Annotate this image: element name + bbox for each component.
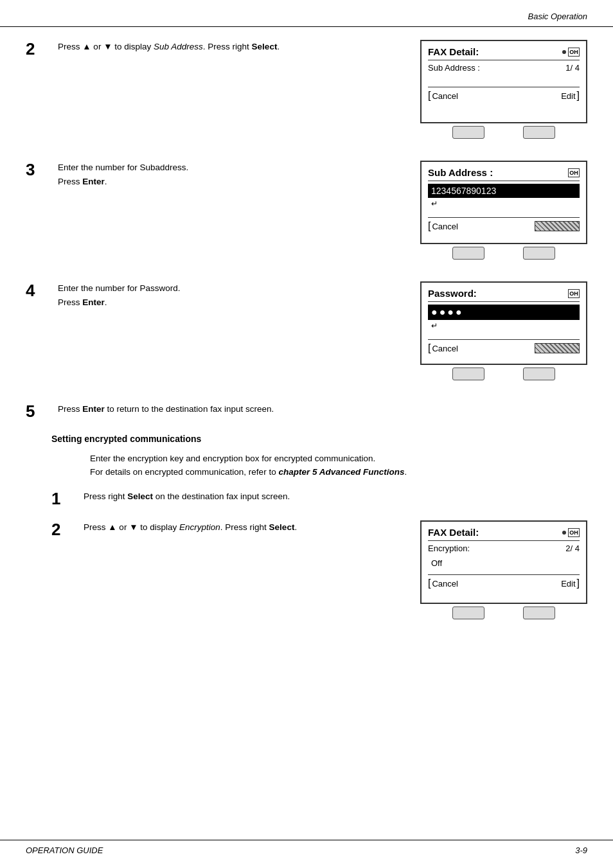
enc-step-1-text: Press right Select on the destination fa… bbox=[84, 490, 587, 504]
step-4-screen-wrapper: Password: OH ●●●● ↵ [ Cancel bbox=[420, 281, 587, 383]
step-4-lcd-title: Password: bbox=[428, 288, 477, 299]
step-5-text: Press Enter to return to the destination… bbox=[58, 402, 587, 416]
step-3-hatch bbox=[535, 221, 580, 231]
step-4-hatch bbox=[535, 343, 580, 353]
step-5-section: 5 Press Enter to return to the destinati… bbox=[26, 402, 587, 421]
step-3-cancel-btn[interactable]: [ Cancel bbox=[428, 220, 458, 232]
enc-step-2-title-row: FAX Detail: OH bbox=[428, 527, 580, 541]
enc-phys-btn-right[interactable] bbox=[523, 607, 555, 619]
enc-step-2-screen-wrapper: FAX Detail: OH Encryption: 2/ 4 Off bbox=[420, 520, 587, 622]
step-3-cancel-label: Cancel bbox=[432, 222, 458, 231]
step-2-lcd-title: FAX Detail: bbox=[428, 46, 479, 57]
enc-sub-value: 2/ 4 bbox=[565, 544, 580, 553]
step-3-phys-btn-right[interactable] bbox=[523, 247, 555, 260]
step-2-text: Press ▲ or ▼ to display Sub Address. Pre… bbox=[58, 40, 420, 54]
step-4-lcd-title-row: Password: OH bbox=[428, 288, 580, 302]
enc-step-2-icon-area: OH bbox=[562, 528, 580, 537]
enc-buttons-row: [ Cancel Edit ] bbox=[428, 574, 580, 589]
dot-icon bbox=[562, 50, 566, 54]
step-3-icon-area: OH bbox=[568, 168, 580, 177]
step-2-section: 2 Press ▲ or ▼ to display Sub Address. P… bbox=[26, 40, 587, 141]
enc-step-1-number: 1 bbox=[51, 490, 77, 508]
step-4-section: 4 Enter the number for Password.Press En… bbox=[26, 281, 587, 383]
step-4-cursor: ↵ bbox=[428, 321, 580, 330]
enc-step-2-number: 2 bbox=[51, 520, 77, 539]
enc-step-2-section: 2 Press ▲ or ▼ to display Encryption. Pr… bbox=[51, 520, 587, 622]
page-header: Basic Operation bbox=[0, 0, 613, 27]
step-2-icon-area: OH bbox=[562, 48, 580, 57]
encrypted-section: Setting encrypted communications Enter t… bbox=[26, 434, 587, 623]
step-4-number: 4 bbox=[26, 281, 51, 300]
step-3-buttons-row: [ Cancel bbox=[428, 217, 580, 232]
page-footer: OPERATION GUIDE 3-9 bbox=[0, 840, 613, 855]
enc-sub-label: Encryption: bbox=[428, 544, 470, 553]
step-3-phys-btn-left[interactable] bbox=[452, 247, 484, 260]
enc-sub-row: Encryption: 2/ 4 bbox=[428, 544, 580, 553]
header-title: Basic Operation bbox=[528, 12, 588, 21]
step-3-number: 3 bbox=[26, 161, 51, 179]
enc-step-2-lcd: FAX Detail: OH Encryption: 2/ 4 Off bbox=[420, 520, 587, 604]
enc-cancel-btn[interactable]: [ Cancel bbox=[428, 578, 458, 589]
step-2-lcd-title-row: FAX Detail: OH bbox=[428, 46, 580, 60]
step-3-section: 3 Enter the number for Subaddress.Press … bbox=[26, 161, 587, 262]
step-2-sub-value: 1/ 4 bbox=[565, 63, 580, 73]
oh-icon-3: OH bbox=[568, 168, 580, 177]
enc-edit-label: Edit bbox=[561, 579, 575, 589]
step-2-cancel-label: Cancel bbox=[432, 91, 458, 101]
step-4-text: Enter the number for Password.Press Ente… bbox=[58, 281, 420, 309]
enc-phys-btn-left[interactable] bbox=[452, 607, 484, 619]
step-3-phys-buttons bbox=[420, 244, 587, 262]
step-4-input: ●●●● bbox=[428, 305, 580, 320]
step-4-cancel-label: Cancel bbox=[432, 344, 458, 353]
step-4-icon-area: OH bbox=[568, 289, 580, 298]
step-4-buttons-row: [ Cancel bbox=[428, 339, 580, 354]
step-4-phys-btn-right[interactable] bbox=[523, 368, 555, 380]
enc-dot-icon bbox=[562, 531, 566, 535]
step-3-lcd-title: Sub Address : bbox=[428, 167, 493, 178]
step-3-lcd-title-row: Sub Address : OH bbox=[428, 167, 580, 181]
enc-cancel-label: Cancel bbox=[432, 579, 458, 589]
password-dots: ●●●● bbox=[431, 306, 464, 317]
step-2-buttons-row: [ Cancel Edit ] bbox=[428, 87, 580, 102]
enc-step-2-title: FAX Detail: bbox=[428, 527, 479, 538]
step-4-phys-btn-left[interactable] bbox=[452, 368, 484, 380]
enc-oh-icon: OH bbox=[568, 528, 580, 537]
oh-icon-4: OH bbox=[568, 289, 580, 298]
step-4-lcd: Password: OH ●●●● ↵ [ Cancel bbox=[420, 281, 587, 365]
enc-phys-buttons bbox=[420, 604, 587, 622]
step-3-cursor: ↵ bbox=[428, 199, 580, 208]
enc-edit-btn[interactable]: Edit ] bbox=[561, 578, 580, 589]
step-2-screen-wrapper: FAX Detail: OH Sub Address : 1/ 4 [ Canc… bbox=[420, 40, 587, 141]
step-2-lcd: FAX Detail: OH Sub Address : 1/ 4 [ Canc… bbox=[420, 40, 587, 123]
enc-off-row: Off bbox=[428, 557, 580, 569]
step-2-sub-label: Sub Address : bbox=[428, 63, 480, 73]
step-2-sub-row: Sub Address : 1/ 4 bbox=[428, 63, 580, 73]
step-2-edit-btn[interactable]: Edit ] bbox=[561, 90, 580, 102]
enc-step-1-section: 1 Press right Select on the destination … bbox=[51, 490, 587, 508]
step-5-number: 5 bbox=[26, 402, 51, 421]
step-3-input: 1234567890123 bbox=[428, 184, 580, 198]
step-3-screen-wrapper: Sub Address : OH 1234567890123 ↵ [ Cance… bbox=[420, 161, 587, 262]
footer-right: 3-9 bbox=[575, 846, 587, 855]
encrypted-body: Enter the encryption key and encryption … bbox=[51, 452, 587, 479]
step-3-lcd: Sub Address : OH 1234567890123 ↵ [ Cance… bbox=[420, 161, 587, 244]
step-4-cancel-btn[interactable]: [ Cancel bbox=[428, 342, 458, 354]
step-2-phys-btn-left[interactable] bbox=[452, 126, 484, 139]
footer-left: OPERATION GUIDE bbox=[26, 846, 103, 855]
step-3-text: Enter the number for Subaddress.Press En… bbox=[58, 161, 420, 188]
step-4-phys-buttons bbox=[420, 365, 587, 383]
step-2-cancel-btn[interactable]: [ Cancel bbox=[428, 90, 458, 102]
encrypted-heading: Setting encrypted communications bbox=[51, 434, 587, 444]
oh-icon: OH bbox=[568, 48, 580, 57]
step-2-edit-label: Edit bbox=[561, 91, 575, 101]
step-2-phys-buttons bbox=[420, 123, 587, 141]
step-2-number: 2 bbox=[26, 40, 51, 58]
step-2-phys-btn-right[interactable] bbox=[523, 126, 555, 139]
enc-step-2-text: Press ▲ or ▼ to display Encryption. Pres… bbox=[84, 520, 420, 535]
